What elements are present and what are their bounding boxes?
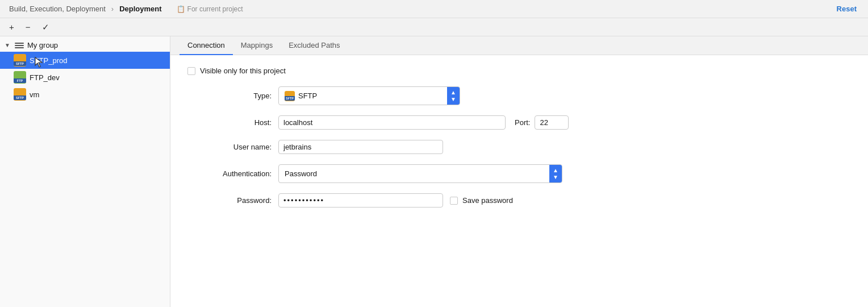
auth-select-arrow[interactable]: ▲ ▼: [549, 165, 562, 182]
port-input[interactable]: [535, 115, 569, 130]
tabs-bar: Connection Mappings Excluded Paths: [170, 36, 868, 55]
type-select-arrow[interactable]: ▲ ▼: [447, 87, 460, 105]
sidebar: ▼ My group SFTP_prod: [0, 36, 170, 307]
visible-only-label: Visible only for this project: [200, 67, 286, 75]
vm-label: vm: [30, 90, 39, 99]
username-row: User name:: [187, 140, 851, 154]
add-button[interactable]: +: [7, 22, 16, 32]
authentication-row: Authentication: Password ▲ ▼: [187, 164, 851, 183]
auth-select[interactable]: Password ▲ ▼: [278, 164, 562, 183]
group-lines-icon: [15, 43, 24, 48]
sidebar-item-vm[interactable]: vm: [0, 86, 170, 103]
breadcrumb-project: 📋 For current project: [177, 5, 243, 13]
sidebar-item-sftp-prod[interactable]: SFTP_prod: [0, 52, 170, 69]
breadcrumb-separator: ›: [111, 5, 114, 13]
reset-button[interactable]: Reset: [837, 5, 857, 13]
visible-only-row: Visible only for this project: [187, 67, 851, 75]
port-label: Port:: [515, 118, 530, 127]
host-label: Host:: [187, 118, 278, 127]
vm-sftp-icon: [14, 88, 26, 101]
sidebar-group-my-group[interactable]: ▼ My group: [0, 39, 170, 52]
type-row: Type: SFTP ▲ ▼: [187, 86, 851, 105]
right-panel: Connection Mappings Excluded Paths Visib…: [170, 36, 868, 307]
type-value: SFTP: [298, 92, 317, 100]
username-label: User name:: [187, 143, 278, 151]
connection-form: Visible only for this project Type: SFTP…: [170, 55, 868, 307]
main-content: ▼ My group SFTP_prod: [0, 36, 868, 307]
ftp-dev-label: FTP_dev: [30, 73, 60, 82]
type-select[interactable]: SFTP ▲ ▼: [278, 86, 460, 105]
project-label: For current project: [187, 5, 243, 13]
sftp-icon: [14, 54, 26, 67]
type-sftp-icon: [285, 91, 295, 101]
header: Build, Execution, Deployment › Deploymen…: [0, 0, 868, 18]
type-select-display: SFTP: [279, 89, 447, 103]
password-label: Password:: [187, 196, 278, 205]
breadcrumb-current: Deployment: [119, 5, 161, 13]
type-label: Type:: [187, 92, 278, 100]
host-row: Host: Port:: [187, 115, 851, 130]
tab-excluded-paths[interactable]: Excluded Paths: [281, 36, 348, 55]
doc-icon: 📋: [177, 5, 185, 13]
authentication-label: Authentication:: [187, 169, 278, 178]
tab-connection[interactable]: Connection: [180, 36, 233, 55]
username-input[interactable]: [278, 140, 443, 154]
remove-button[interactable]: −: [23, 22, 33, 32]
auth-value: Password: [285, 169, 317, 178]
sftp-prod-label: SFTP_prod: [30, 56, 67, 65]
auth-select-display: Password: [279, 167, 549, 180]
apply-button[interactable]: ✓: [40, 22, 52, 32]
password-row: Password: Save password: [187, 193, 851, 208]
ftp-icon: [14, 71, 26, 84]
toolbar: + − ✓: [0, 18, 868, 36]
password-input[interactable]: [278, 193, 443, 208]
group-label: My group: [27, 41, 58, 49]
save-password-row: Save password: [450, 196, 513, 205]
breadcrumb-parent[interactable]: Build, Execution, Deployment: [9, 5, 106, 13]
save-password-checkbox[interactable]: [450, 197, 458, 205]
visible-only-checkbox[interactable]: [187, 67, 195, 75]
tab-mappings[interactable]: Mappings: [233, 36, 281, 55]
host-input[interactable]: [278, 115, 506, 130]
triangle-icon: ▼: [5, 42, 10, 48]
sidebar-item-ftp-dev[interactable]: FTP_dev: [0, 69, 170, 86]
save-password-label: Save password: [462, 196, 513, 205]
